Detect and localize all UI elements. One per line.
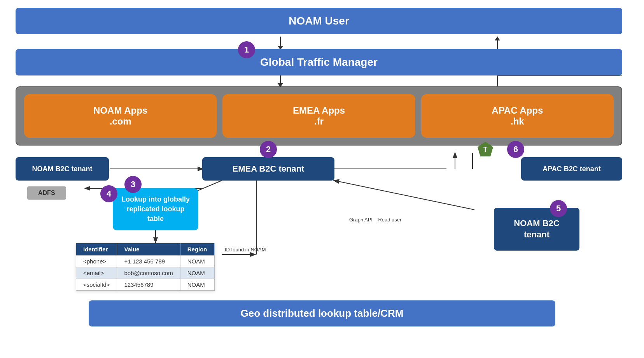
id-found-label: ID found in NOAM — [225, 247, 266, 253]
noam-apps-box: NOAM Apps .com — [24, 94, 217, 138]
cell-value-0: +1 123 456 789 — [117, 256, 180, 267]
svg-line-6 — [334, 181, 474, 210]
noam-b2c-lower-text: NOAM B2C tenant — [514, 218, 559, 240]
diagram-container: NOAM User 1 Global Traffic Manager — [0, 0, 644, 358]
cell-region-0: NOAM — [180, 256, 214, 267]
col-region: Region — [180, 243, 214, 256]
gtm-bar: Global Traffic Manager — [16, 49, 622, 75]
pentagon-t-badge: T — [477, 141, 494, 158]
table-row: <socialId> 123456789 NOAM — [76, 279, 215, 291]
cell-identifier-1: <email> — [76, 267, 117, 279]
badge-6: 6 — [507, 141, 524, 158]
badge-4: 4 — [100, 185, 117, 202]
badge-3: 3 — [124, 176, 142, 193]
line-right-side — [497, 75, 498, 86]
cell-value-1: bob@contoso.com — [117, 267, 180, 279]
col-value: Value — [117, 243, 180, 256]
arrowhead-down-2 — [278, 83, 283, 87]
noam-apps-label: NOAM Apps .com — [93, 105, 147, 127]
apac-apps-box: APAC Apps .hk — [421, 94, 614, 138]
svg-text:Graph API – Read user: Graph API – Read user — [349, 217, 402, 223]
arrowhead-up-1 — [495, 37, 500, 40]
geo-bar: Geo distributed lookup table/CRM — [89, 300, 555, 326]
badge-5: 5 — [550, 200, 567, 217]
h-line-top-right — [498, 75, 622, 76]
adfs-box: ADFS — [27, 186, 66, 200]
middle-section: Graph API – Read user 2 3 4 5 — [16, 149, 622, 297]
lookup-table: Identifier Value Region <phone> +1 123 4… — [76, 243, 215, 291]
table-row: <phone> +1 123 456 789 NOAM — [76, 256, 215, 267]
badge-1: 1 — [238, 41, 255, 58]
lookup-box: Lookup into globally replicated lookup t… — [113, 188, 198, 230]
table-row: <email> bob@contoso.com NOAM — [76, 267, 215, 279]
emea-apps-label: EMEA Apps .fr — [293, 105, 345, 127]
noam-b2c-tenant-lower: NOAM B2C tenant — [494, 208, 579, 251]
apac-apps-label: APAC Apps .hk — [492, 105, 543, 127]
noam-b2c-tenant: NOAM B2C tenant — [16, 157, 109, 181]
noam-user-bar: NOAM User — [16, 8, 622, 34]
emea-apps-box: EMEA Apps .fr — [222, 94, 415, 138]
apac-b2c-tenant: APAC B2C tenant — [521, 157, 622, 181]
svg-text:T: T — [483, 146, 488, 153]
col-identifier: Identifier — [76, 243, 117, 256]
emea-b2c-tenant: EMEA B2C tenant — [202, 157, 334, 181]
badge-2: 2 — [260, 141, 277, 158]
cell-region-2: NOAM — [180, 279, 214, 291]
apps-row: NOAM Apps .com EMEA Apps .fr APAC Apps .… — [16, 86, 622, 146]
cell-identifier-0: <phone> — [76, 256, 117, 267]
cell-value-2: 123456789 — [117, 279, 180, 291]
cell-identifier-2: <socialId> — [76, 279, 117, 291]
cell-region-1: NOAM — [180, 267, 214, 279]
